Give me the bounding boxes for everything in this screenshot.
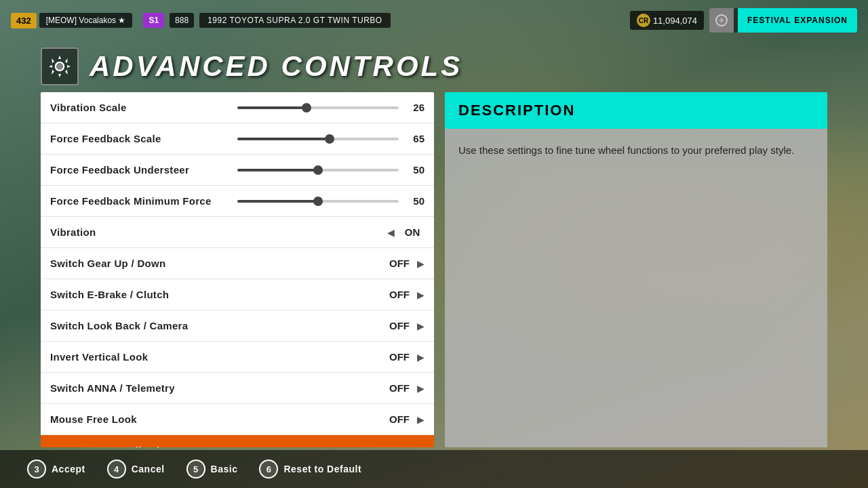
toggle-value-mouse-free-look: OFF	[387, 413, 412, 425]
slider-area-force-feedback-min-force[interactable]: 50	[237, 195, 425, 207]
arrow-right-icon-switch-anna-telemetry[interactable]: ▶	[417, 383, 425, 394]
arrow-right-icon-switch-ebrake-clutch[interactable]: ▶	[417, 289, 425, 300]
expansion-icon	[709, 8, 734, 33]
toggle-value-invert-force-feedback: OFF	[387, 445, 412, 447]
credits-value: 11,094,074	[653, 16, 697, 26]
setting-row-force-feedback-min-force[interactable]: Force Feedback Minimum Force50	[41, 186, 434, 217]
setting-row-mouse-free-look[interactable]: Mouse Free LookOFF▶	[41, 404, 434, 435]
svg-point-2	[57, 64, 62, 69]
setting-value-vibration-scale: 26	[406, 102, 425, 113]
slider-track-force-feedback-scale[interactable]	[237, 138, 399, 140]
setting-row-switch-gear-up-down[interactable]: Switch Gear Up / DownOFF▶	[41, 248, 434, 279]
setting-row-force-feedback-scale[interactable]: Force Feedback Scale65	[41, 123, 434, 155]
action-key-accept: 3	[27, 460, 46, 479]
slider-fill-force-feedback-min-force	[237, 200, 318, 203]
description-panel: DESCRIPTION Use these settings to fine t…	[445, 92, 827, 447]
slider-track-force-feedback-understeer[interactable]	[237, 169, 399, 171]
toggle-area-vibration[interactable]: ◀ON	[387, 226, 425, 238]
toggle-area-invert-force-feedback[interactable]: OFF▶	[387, 445, 425, 447]
toggle-value-invert-vertical-look: OFF	[387, 351, 412, 363]
slider-fill-vibration-scale	[237, 106, 307, 109]
car-class-badge: S1	[143, 13, 164, 28]
toggle-area-switch-ebrake-clutch[interactable]: OFF▶	[387, 289, 425, 300]
setting-row-switch-look-back-camera[interactable]: Switch Look Back / CameraOFF▶	[41, 310, 434, 342]
action-basic[interactable]: 5Basic	[186, 460, 238, 479]
action-reset-default[interactable]: 6Reset to Default	[259, 460, 361, 479]
setting-row-switch-anna-telemetry[interactable]: Switch ANNA / TelemetryOFF▶	[41, 373, 434, 404]
setting-row-vibration-scale[interactable]: Vibration Scale26	[41, 92, 434, 123]
action-key-cancel: 4	[107, 460, 126, 479]
player-name: [MEOW] Vocalakos ★	[39, 13, 133, 28]
toggle-area-switch-look-back-camera[interactable]: OFF▶	[387, 320, 425, 331]
setting-row-invert-vertical-look[interactable]: Invert Vertical LookOFF▶	[41, 342, 434, 373]
toggle-value-switch-gear-up-down: OFF	[387, 258, 412, 269]
action-accept[interactable]: 3Accept	[27, 460, 85, 479]
setting-label-switch-gear-up-down: Switch Gear Up / Down	[50, 258, 387, 269]
setting-label-vibration-scale: Vibration Scale	[50, 102, 237, 113]
slider-fill-force-feedback-scale	[237, 138, 330, 140]
slider-track-force-feedback-min-force[interactable]	[237, 200, 399, 203]
toggle-area-mouse-free-look[interactable]: OFF▶	[387, 413, 425, 425]
action-key-basic: 5	[186, 460, 205, 479]
expansion-label: FESTIVAL EXPANSION	[738, 8, 857, 33]
setting-label-force-feedback-min-force: Force Feedback Minimum Force	[50, 195, 237, 207]
slider-fill-force-feedback-understeer	[237, 169, 318, 171]
car-name: 1992 TOYOTA SUPRA 2.0 GT TWIN TURBO	[199, 13, 391, 28]
description-body: Use these settings to fine tune wheel fu…	[445, 129, 827, 172]
main-content: ADVANCED CONTROLS Vibration Scale26Force…	[0, 47, 868, 447]
setting-row-vibration[interactable]: Vibration◀ON	[41, 217, 434, 248]
slider-thumb-vibration-scale	[302, 103, 311, 113]
setting-label-invert-force-feedback: Invert Force Feedback	[50, 445, 387, 447]
toggle-value-switch-anna-telemetry: OFF	[387, 382, 412, 394]
setting-row-invert-force-feedback[interactable]: Invert Force FeedbackOFF▶	[41, 435, 434, 447]
setting-label-switch-look-back-camera: Switch Look Back / Camera	[50, 320, 387, 331]
setting-label-switch-ebrake-clutch: Switch E-Brake / Clutch	[50, 289, 387, 300]
slider-track-vibration-scale[interactable]	[237, 106, 399, 109]
car-pi: 888	[170, 13, 194, 28]
action-label-reset-default: Reset to Default	[283, 464, 361, 474]
credits-display: CR 11,094,074	[630, 11, 704, 30]
setting-row-switch-ebrake-clutch[interactable]: Switch E-Brake / ClutchOFF▶	[41, 279, 434, 310]
slider-thumb-force-feedback-min-force	[313, 197, 323, 206]
toggle-area-invert-vertical-look[interactable]: OFF▶	[387, 351, 425, 363]
setting-label-switch-anna-telemetry: Switch ANNA / Telemetry	[50, 382, 387, 394]
arrow-right-icon-invert-vertical-look[interactable]: ▶	[417, 352, 425, 363]
player-info: 432 [MEOW] Vocalakos ★	[11, 13, 132, 28]
action-label-accept: Accept	[52, 464, 85, 474]
setting-label-force-feedback-scale: Force Feedback Scale	[50, 133, 237, 144]
arrow-left-icon-vibration[interactable]: ◀	[387, 227, 395, 238]
setting-label-mouse-free-look: Mouse Free Look	[50, 413, 387, 425]
toggle-area-switch-gear-up-down[interactable]: OFF▶	[387, 258, 425, 269]
slider-thumb-force-feedback-scale	[325, 134, 334, 144]
player-level: 432	[11, 13, 37, 28]
toggle-area-switch-anna-telemetry[interactable]: OFF▶	[387, 382, 425, 394]
panel-area: Vibration Scale26Force Feedback Scale65F…	[41, 92, 827, 447]
toggle-value-switch-ebrake-clutch: OFF	[387, 289, 412, 300]
settings-panel[interactable]: Vibration Scale26Force Feedback Scale65F…	[41, 92, 434, 447]
slider-area-force-feedback-scale[interactable]: 65	[237, 133, 425, 144]
description-header: DESCRIPTION	[445, 92, 827, 129]
setting-label-invert-vertical-look: Invert Vertical Look	[50, 351, 387, 363]
arrow-right-icon-switch-look-back-camera[interactable]: ▶	[417, 321, 425, 331]
setting-row-force-feedback-understeer[interactable]: Force Feedback Understeer50	[41, 155, 434, 186]
page-header: ADVANCED CONTROLS	[41, 47, 827, 85]
toggle-value-vibration: ON	[400, 226, 425, 238]
slider-area-vibration-scale[interactable]: 26	[237, 102, 425, 113]
setting-label-force-feedback-understeer: Force Feedback Understeer	[50, 164, 237, 176]
setting-value-force-feedback-understeer: 50	[406, 164, 425, 176]
expansion-display: FESTIVAL EXPANSION	[709, 8, 857, 33]
setting-value-force-feedback-scale: 65	[406, 133, 425, 144]
toggle-value-switch-look-back-camera: OFF	[387, 320, 412, 331]
arrow-right-icon-switch-gear-up-down[interactable]: ▶	[417, 258, 425, 269]
action-key-reset-default: 6	[259, 460, 278, 479]
action-label-basic: Basic	[211, 464, 238, 474]
slider-area-force-feedback-understeer[interactable]: 50	[237, 164, 425, 176]
page-title: ADVANCED CONTROLS	[90, 50, 462, 83]
bottom-action-bar: 3Accept4Cancel5Basic6Reset to Default	[0, 450, 868, 488]
action-label-cancel: Cancel	[132, 464, 165, 474]
cr-icon: CR	[637, 14, 650, 27]
arrow-right-icon-invert-force-feedback[interactable]: ▶	[417, 445, 425, 448]
hud-right-section: CR 11,094,074 FESTIVAL EXPANSION	[630, 8, 857, 33]
arrow-right-icon-mouse-free-look[interactable]: ▶	[417, 414, 425, 425]
action-cancel[interactable]: 4Cancel	[107, 460, 165, 479]
